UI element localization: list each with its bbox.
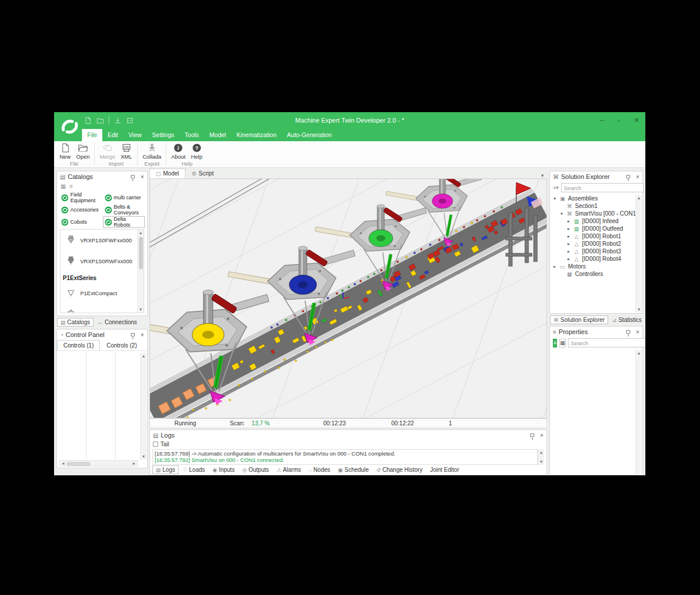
quick-access-separator (109, 116, 109, 124)
svg-text:?: ? (195, 145, 198, 151)
tab-statistics[interactable]: ⊿Statistics (609, 316, 645, 324)
close-icon[interactable]: × (141, 174, 144, 180)
menu-file[interactable]: File (82, 129, 102, 141)
catalog-item[interactable]: VRXP1S0RWFxx000 (60, 250, 144, 271)
category-multi-carrier[interactable]: multi carrier (103, 192, 145, 203)
new-document-icon[interactable] (84, 117, 92, 124)
tab-schedule[interactable]: ▣Schedule (334, 465, 372, 474)
tree-item-robot2[interactable]: ▸△[ID000] Robot2 (552, 240, 642, 248)
help-button[interactable]: ? Help (189, 142, 204, 160)
properties-grid-view-button[interactable]: ▦ (559, 339, 566, 347)
control-panel-canvas[interactable] (58, 353, 140, 460)
xml-button[interactable]: XML XML (119, 142, 134, 160)
log-scrollbar[interactable]: ▲ ▼ (538, 449, 544, 465)
menu-auto-generation[interactable]: Auto-Generation (282, 129, 337, 141)
tab-solution-explorer[interactable]: ⌘Solution Explorer (550, 316, 608, 324)
question-icon: ? (192, 143, 202, 153)
maximize-button[interactable]: ▫ (610, 112, 628, 128)
tab-inputs[interactable]: ◉Inputs (209, 465, 238, 474)
log-list[interactable]: [16:35:57.769] -> Automatic configuratio… (152, 449, 538, 465)
solution-search-input[interactable] (561, 183, 644, 192)
close-icon[interactable]: × (540, 432, 544, 439)
ribbon-group-help: i About ? Help Help (166, 141, 208, 167)
list-view-icon[interactable]: ≡ (69, 183, 73, 189)
category-belts-conveyors[interactable]: Belts & Conveyors (103, 204, 145, 216)
tree-item-smartvisu[interactable]: ▾⌘SmartVisu [000 - CON1] (552, 210, 642, 217)
tree-item-outfeed[interactable]: ▸▥[ID000] Outfeed (552, 225, 642, 232)
about-button[interactable]: i About (170, 142, 187, 160)
catalog-item[interactable]: P1ExtCompact (60, 282, 144, 303)
menu-kinematization[interactable]: Kinematization (231, 129, 282, 141)
menu-tools[interactable]: Tools (180, 129, 205, 141)
tab-change-history[interactable]: ↺Change History (373, 465, 426, 474)
export-icon[interactable] (126, 117, 134, 124)
tab-outputs[interactable]: ◎Outputs (239, 465, 273, 474)
category-accessories[interactable]: Accessories (59, 204, 102, 216)
tab-script[interactable]: ⚙Script (185, 169, 220, 178)
3d-viewport[interactable] (149, 178, 547, 418)
catalog-item[interactable]: VRXP1S0FWFxx000 (60, 230, 144, 250)
properties-list-view-button[interactable]: ≡ (553, 339, 557, 347)
tree-item-infeed[interactable]: ▸▥[ID000] Infeed (552, 217, 642, 225)
tree-item-assemblies[interactable]: ▾▣Assemblies (552, 195, 642, 202)
svg-text:i: i (178, 145, 180, 151)
pin-icon[interactable] (530, 433, 534, 437)
menu-edit[interactable]: Edit (102, 129, 123, 141)
control-panel-hscrollbar[interactable]: ◄ ► (59, 460, 138, 467)
properties-search-input[interactable] (568, 338, 645, 347)
catalog-item-list: VRXP1S0FWFxx000 VRXP1S0RWFxx000 P1ExtSer… (60, 229, 144, 313)
tab-overflow-icon[interactable]: ▼ (540, 173, 547, 178)
pin-icon[interactable] (131, 333, 135, 336)
open-folder-icon[interactable] (97, 117, 104, 124)
close-icon[interactable]: × (636, 329, 640, 335)
properties-scrollbar[interactable]: ▲ (635, 350, 642, 474)
tree-item-robot1[interactable]: ▸△[ID000] Robot1 (552, 232, 642, 240)
tab-controls-1[interactable]: Controls (1) (57, 340, 100, 350)
open-button[interactable]: Open (75, 142, 91, 160)
control-panel-title: Control Panel (66, 331, 105, 338)
tree-item-motors[interactable]: ▸▭Motors (552, 263, 642, 270)
delta-robot-icon (66, 309, 76, 313)
close-button[interactable]: ✕ (628, 112, 645, 128)
import-icon[interactable] (114, 117, 122, 124)
close-icon[interactable]: × (141, 332, 144, 338)
solution-scrollbar[interactable]: ▲ ▼ (635, 195, 642, 313)
pin-icon[interactable] (131, 175, 135, 178)
tab-connections[interactable]: ↔Connections (94, 318, 141, 327)
new-button[interactable]: New (58, 142, 73, 160)
menu-settings[interactable]: Settings (147, 129, 180, 141)
grid-view-icon[interactable]: ▦ (60, 183, 66, 189)
tab-alarms[interactable]: ⚠Alarms (273, 465, 305, 474)
tab-controls-2[interactable]: Controls (2) (100, 340, 143, 350)
pin-icon[interactable] (626, 330, 630, 334)
minimize-button[interactable]: – (593, 112, 610, 128)
close-icon[interactable]: × (636, 174, 640, 180)
tab-logs[interactable]: ▤Logs (152, 465, 178, 474)
tail-checkbox[interactable] (153, 442, 158, 447)
category-field-equipment[interactable]: Field Equipment (59, 192, 102, 203)
catalog-scrollbar[interactable]: ▲ ▼ (137, 230, 144, 313)
connections-tab-icon: ↔ (98, 320, 103, 325)
log-entry: [16:35:57.792] SmartVisu on 000 - CON1 c… (155, 457, 535, 463)
category-delta-robots[interactable]: Delta Robots (103, 216, 145, 228)
tree-item-controllers[interactable]: ▦Controllers (552, 270, 642, 278)
collada-button[interactable]: Collada (141, 142, 162, 160)
filter-icon[interactable]: ≡▾ (553, 185, 559, 191)
tab-catalogs[interactable]: ▤Catalogs (57, 318, 94, 327)
menu-view[interactable]: View (123, 129, 147, 141)
assemblies-icon: ▣ (559, 196, 566, 202)
category-cobots[interactable]: Cobots (59, 216, 102, 228)
inputs-tab-icon: ◉ (213, 467, 217, 473)
menu-model[interactable]: Model (204, 129, 231, 141)
tab-nodes[interactable]: ◌Nodes (305, 465, 334, 474)
tab-loads[interactable]: ♡Loads (179, 465, 208, 474)
tab-joint-editor[interactable]: Joint Editor (427, 465, 463, 474)
control-panel-vscrollbar[interactable]: ▲ ▼ (140, 353, 147, 460)
tree-item-robot4[interactable]: ▸△[ID000] Robot4 (552, 255, 642, 263)
merge-button[interactable]: Merge (98, 142, 116, 160)
tab-model[interactable]: ▢Model (149, 169, 185, 178)
tree-item-robot3[interactable]: ▸△[ID000] Robot3 (552, 248, 642, 255)
pin-icon[interactable] (626, 175, 630, 178)
tree-item-section1[interactable]: ⌘Section1 (552, 202, 642, 210)
catalog-item[interactable]: P1ExtCompactRotAx (60, 303, 144, 313)
